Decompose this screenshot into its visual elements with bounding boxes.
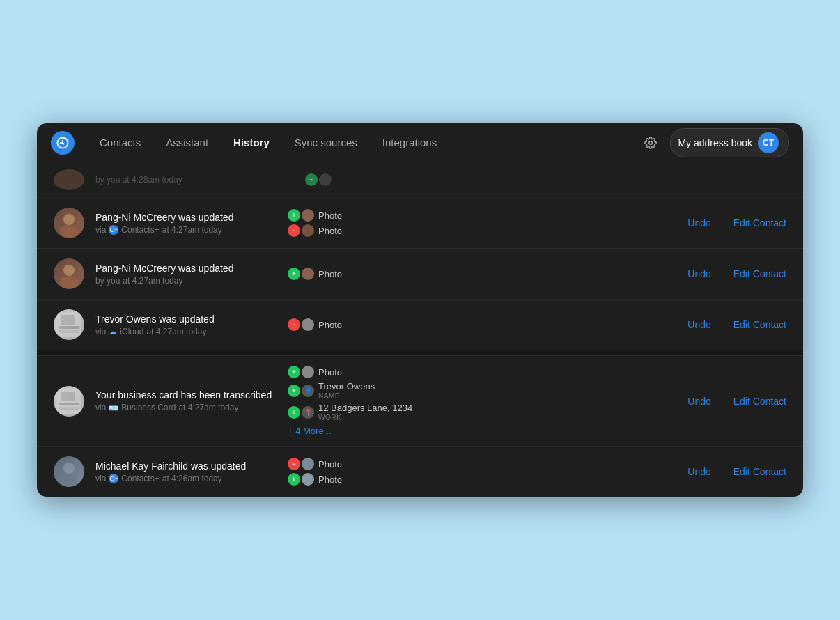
user-avatar: CT — [758, 132, 779, 153]
change-item: + Photo — [288, 366, 676, 378]
source-name: Contacts+ — [121, 474, 159, 483]
contact-avatar — [54, 456, 84, 487]
time-text: at 4:27am today — [162, 225, 222, 235]
changes-area: + Photo − Photo — [288, 209, 676, 237]
history-content: by you at 4:28am today + — [37, 162, 803, 497]
actions-area: Undo Edit Contact — [687, 319, 786, 330]
contact-meta: by you at 4:27am today — [95, 276, 277, 286]
old-photo — [302, 209, 314, 222]
svg-rect-13 — [59, 407, 79, 410]
name-badge: 👤 — [302, 385, 314, 397]
undo-button[interactable]: Undo — [687, 268, 710, 279]
svg-point-15 — [60, 474, 78, 486]
contact-name: Trevor Owens was updated — [95, 313, 277, 325]
changes-area: + Photo + 👤 Trevor Owens NAME — [288, 366, 676, 436]
svg-point-1 — [649, 141, 653, 144]
contact-info: Pang-Ni McCreery was updated via C+ Cont… — [95, 212, 277, 235]
history-row: Pang-Ni McCreery was updated by you at 4… — [37, 249, 803, 300]
nav-item-contacts[interactable]: Contacts — [88, 131, 152, 154]
time-text: at 4:26am today — [162, 474, 222, 483]
address-book-label: My address book — [678, 137, 752, 148]
more-link[interactable]: + 4 More... — [288, 426, 676, 436]
nav-right: My address book CT — [639, 128, 789, 157]
nav-item-history[interactable]: History — [222, 131, 281, 154]
changes-area: + Photo — [288, 268, 676, 280]
add-badge: + — [288, 366, 300, 378]
contact-meta: via 🪪 Business Card at 4:27am today — [95, 403, 277, 412]
edit-contact-button[interactable]: Edit Contact — [733, 217, 786, 228]
contact-avatar — [54, 386, 84, 417]
change-label: Photo — [318, 269, 342, 279]
change-label: Photo — [318, 226, 342, 236]
nav-item-assistant[interactable]: Assistant — [155, 131, 219, 154]
add-badge: + — [288, 268, 300, 280]
time-text: at 4:27am today — [178, 403, 238, 412]
address-badge: 📍 — [302, 406, 314, 419]
contact-name: Michael Kay Fairchild was updated — [95, 460, 277, 472]
source-name: Business Card — [121, 403, 176, 412]
svg-point-4 — [63, 265, 75, 276]
nav-item-integrations[interactable]: Integrations — [371, 131, 448, 154]
nav-item-sync-sources[interactable]: Sync sources — [283, 131, 368, 154]
change-item: + 📍 12 Badgers Lane, 1234 WORK — [288, 403, 676, 421]
contact-info: Michael Kay Fairchild was updated via C+… — [95, 460, 277, 483]
add-badge: + — [288, 385, 300, 397]
change-item: + Photo — [288, 473, 676, 486]
contact-meta: via ☁ iCloud at 4:27am today — [95, 327, 277, 336]
contact-info: Pang-Ni McCreery was updated by you at 4… — [95, 263, 277, 286]
change-item: + Photo — [288, 268, 676, 280]
by-you-text: by you — [95, 276, 120, 286]
change-sublabel: NAME — [318, 392, 375, 400]
old-photo — [302, 458, 314, 470]
svg-rect-11 — [61, 392, 75, 401]
change-item: − Photo — [288, 318, 676, 331]
add-badge: + — [288, 406, 300, 419]
change-label: Trevor Owens — [318, 381, 375, 392]
partial-avatar — [54, 169, 84, 190]
time-text: at 4:27am today — [146, 327, 206, 336]
svg-point-2 — [63, 214, 75, 225]
edit-contact-button[interactable]: Edit Contact — [733, 466, 786, 477]
change-label: Photo — [318, 367, 342, 378]
contact-avatar — [54, 208, 84, 238]
actions-area: Undo Edit Contact — [687, 396, 786, 407]
source-contacts-plus-icon: C+ — [109, 225, 118, 235]
change-item: + 👤 Trevor Owens NAME — [288, 381, 676, 400]
undo-button[interactable]: Undo — [687, 319, 710, 330]
contact-info: Trevor Owens was updated via ☁ iCloud at… — [95, 313, 277, 336]
contact-info: Your business card has been transcribed … — [95, 389, 277, 412]
contact-avatar — [54, 309, 84, 340]
app-container: Contacts Assistant History Sync sources … — [37, 123, 803, 497]
change-sublabel: WORK — [318, 414, 412, 421]
photo-badge — [302, 268, 314, 280]
history-row: Your business card has been transcribed … — [37, 356, 803, 447]
change-item: − Photo — [288, 224, 676, 237]
add-badge: + — [305, 173, 318, 186]
new-photo — [302, 473, 314, 486]
nav-logo[interactable] — [51, 131, 75, 155]
actions-area: Undo Edit Contact — [687, 217, 786, 228]
photo-badge — [302, 366, 314, 378]
icloud-icon: ☁ — [109, 327, 117, 336]
change-label: Photo — [318, 459, 342, 470]
business-card-icon: 🪪 — [109, 403, 118, 412]
settings-icon[interactable] — [639, 132, 662, 154]
partial-meta: by you at 4:28am today — [95, 175, 182, 185]
actions-area: Undo Edit Contact — [687, 466, 786, 477]
add-badge: + — [288, 473, 300, 486]
contact-name: Your business card has been transcribed — [95, 389, 277, 401]
change-label: 12 Badgers Lane, 1234 — [318, 403, 412, 413]
contact-meta: via C+ Contacts+ at 4:26am today — [95, 474, 277, 483]
change-label: Photo — [318, 474, 342, 485]
undo-button[interactable]: Undo — [687, 217, 710, 228]
undo-button[interactable]: Undo — [687, 466, 710, 477]
address-book-button[interactable]: My address book CT — [670, 128, 789, 157]
partial-row: by you at 4:28am today + — [37, 162, 803, 198]
edit-contact-button[interactable]: Edit Contact — [733, 319, 786, 330]
edit-contact-button[interactable]: Edit Contact — [733, 268, 786, 279]
edit-contact-button[interactable]: Edit Contact — [733, 396, 786, 407]
svg-rect-12 — [59, 403, 79, 405]
history-row: Michael Kay Fairchild was updated via C+… — [37, 447, 803, 497]
undo-button[interactable]: Undo — [687, 396, 710, 407]
svg-point-3 — [60, 225, 78, 238]
